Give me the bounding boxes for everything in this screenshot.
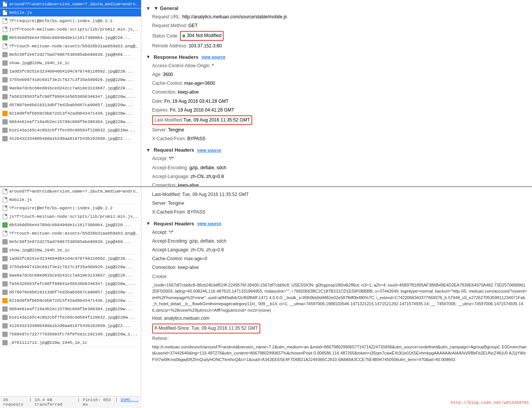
bottom-host: Host: analytics.meituan.com — [152, 316, 209, 321]
if-modified-since-badge: If-Modified-Since: Tue, 09 Aug 2016 11:3… — [152, 324, 260, 333]
top-list-item[interactable]: 3755eb997410c691f3e2c7627c3f35a589929.jp… — [0, 76, 141, 84]
top-list-item[interactable]: show.jpg@220w_194h_1e_1c — [0, 59, 141, 67]
domc-link[interactable]: DOMC... — [121, 398, 138, 407]
img-gray-icon — [2, 94, 8, 99]
img-green-icon — [2, 35, 8, 40]
response-header-row: Connection: keep-alive — [146, 88, 527, 97]
header-value: Fri, 19 Aug 2016 03:41:28 GMT — [164, 99, 229, 104]
bottom-list-item[interactable]: 0e5c50f2e872d275ad76067538505abe88839.jp… — [0, 238, 141, 246]
header-key: Server: — [152, 127, 167, 133]
bottom-list-item[interactable]: fa56329563fafc80ff88641e56536b6348347.jp… — [0, 280, 141, 288]
file-name: 3755eb997410c691f3e2c7627c3f35a589929.jp… — [9, 78, 133, 82]
top-list-item[interactable]: 0864e61eaf716a4b2ec15798c869f5e398304.jp… — [0, 118, 141, 126]
bottom-connection: Connection: keep-alive — [152, 265, 199, 270]
response-view-source[interactable]: view source — [201, 55, 225, 59]
bottom-list-item[interactable]: 412643233480b488a1b2d9aa6187543b102850.j… — [0, 322, 141, 330]
top-list-item[interactable]: 9ae8a7dcbc68ed01bced242cc7a618e3133667.j… — [0, 84, 141, 92]
request-method-value: GET — [188, 23, 198, 28]
bottom-last-modified: Last-Modified: Tue, 09 Aug 2016 11:35:52… — [152, 192, 249, 197]
bottom-list-item[interactable]: 8b536dd56e4478b6c68849dde1c1617388064.jp… — [0, 221, 141, 229]
bottom-view-source[interactable]: view source — [197, 221, 221, 226]
request-view-source[interactable]: view source — [197, 148, 221, 152]
last-modified-badge: Last-Modified: Tue, 09 Aug 2016 11:35:52… — [152, 115, 252, 125]
bottom-list-item[interactable]: 8219d9f9fb650cbb872d13f42ad9043471436.jp… — [0, 296, 141, 305]
header-key: Cache-Control: — [152, 81, 183, 86]
request-triangle: ▼ — [146, 147, 151, 153]
bottom-host-row: Host: analytics.meituan.com — [146, 314, 527, 323]
img-gray-icon — [2, 136, 8, 141]
file-name: around?f=android&version_name=7.2&utm_me… — [9, 189, 139, 194]
file-name: 3755eb997410c691f3e2c7627c3f35a589929.jp… — [9, 265, 133, 269]
header-value: 3600 — [163, 72, 173, 77]
top-list-item[interactable]: b1e143a165c4c8b2cbf7fec05c60584f120832.j… — [0, 126, 141, 134]
bottom-list-item[interactable]: ?f=require(@mtfe/bs-agent):index.js@0.2.… — [0, 204, 141, 212]
bottom-cookie-row: Cookie: — [146, 272, 527, 281]
file-name: b1e143a165c4c8b2cbf7fec05c60584f120832.j… — [9, 128, 135, 133]
bottom-file-list[interactable]: around?f=android&version_name=7.2&utm_me… — [0, 187, 141, 397]
bottom-list-item[interactable]: 7589ed7c722777635803fc76f8fea1c192160.jp… — [0, 330, 141, 338]
bottom-referer-label: Referer: — [152, 336, 169, 341]
file-name: 8219d9f9fb650cbb872d13f42ad9043471436.jp… — [9, 111, 133, 116]
general-triangle: ▼ — [146, 6, 151, 11]
bottom-x-cached-row: X-Cached-From: BYPASS — [146, 208, 527, 217]
bottom-list-item[interactable]: 3755eb997410c691f3e2c7627c3f35a589929.jp… — [0, 263, 141, 271]
bottom-list-item[interactable]: show.jpg@220w_194h_1e_1c — [0, 246, 141, 254]
bottom-cache-control-row: Cache-Control: max-age=0 — [146, 254, 527, 263]
bottom-list-item[interactable]: 0864e61eaf716a4b2ec15798c869f5e398304.jp… — [0, 305, 141, 313]
request-method-row: Request Method: GET — [146, 21, 527, 30]
response-header-row: Age: 3600 — [146, 70, 527, 79]
request-header-row: Accept-Language: zh-CN, zh;q=0.8 — [146, 172, 527, 181]
bottom-list-item[interactable]: around?f=android&version_name=7.2&utm_me… — [0, 187, 141, 196]
top-list-item[interactable]: ?f=require(@mtfe/bs-agent):index.js@0.2.… — [0, 17, 141, 25]
top-list-item[interactable]: 8219d9f9fb650cbb872d13f42ad9043471436.jp… — [0, 109, 141, 118]
header-key: X-Cached-From: — [152, 136, 186, 141]
file-name: ?f=require(@mtfe/bs-agent):index.js@0.2.… — [9, 206, 113, 210]
top-list-item[interactable]: around?f=android&version_name=7.2&utm_me… — [0, 0, 141, 8]
bottom-list-item[interactable]: _0701111712.jpg@220w_194h_1e_1c — [0, 338, 141, 347]
status-dot — [182, 34, 185, 37]
file-name: 1add3fc0251e32340940b41d4c978748110592.j… — [9, 256, 133, 261]
header-key: Expires: — [152, 107, 169, 113]
header-value: gzip, deflate, sdch — [189, 165, 226, 170]
request-header-row: Accept: */* — [146, 154, 527, 163]
bottom-list-item[interactable]: js?f=touch-meituan-node:scripts/lib/prom… — [0, 212, 141, 221]
bottom-list-item[interactable]: d578079e8b618313dbf7ed2bab5667ca90857.jp… — [0, 288, 141, 296]
top-list-item[interactable]: mobile.js — [0, 8, 141, 17]
bottom-list-item[interactable]: ?f=touch-meituan-node:assets/b5d26b31aa0… — [0, 229, 141, 238]
file-name: 412643233480b488a1b2d9aa6187543b102850.j… — [9, 136, 130, 141]
requests-count: 35 requests — [3, 398, 26, 407]
top-file-list[interactable]: around?f=android&version_name=7.2&utm_me… — [0, 0, 141, 186]
doc-icon — [3, 231, 7, 236]
top-list-item[interactable]: fa56329563fafc80ff88641e56536b6348347.jp… — [0, 92, 141, 101]
header-value: keep-alive — [178, 183, 199, 186]
bottom-list-item[interactable]: mobile.js — [0, 196, 141, 204]
top-list-item[interactable]: 8b536dd56e4478b6c68849dde1c1617388064.jp… — [0, 34, 141, 42]
file-name: b1e143a165c4c8b2cbf7fec05c60584f120832.j… — [9, 315, 135, 320]
top-list-item[interactable]: 0e5c50f2e872d275ad76067538505abe88839.jp… — [0, 50, 141, 59]
response-header-row: X-Cached-From: BYPASS — [146, 134, 527, 143]
bottom-list-item[interactable]: 9ae8a7dcbc68ed01bced242cc7a618e3133667.j… — [0, 271, 141, 280]
img-gray-icon — [2, 281, 8, 287]
bottom-list-item[interactable]: b1e143a165c4c8b2cbf7fec05c60584f120832.j… — [0, 313, 141, 322]
status-bar: 35 requests | 15.4 KB transferred | Fini… — [0, 396, 141, 408]
status-code-label: Status Code: — [152, 33, 178, 39]
bottom-accept-language-row: Accept-Language: zh-CN, zh;q=0.8 — [146, 246, 527, 254]
top-list-item[interactable]: js?f=touch-meituan-node:scripts/lib/prom… — [0, 25, 141, 34]
status-code-value: 304 Not Modified — [187, 32, 222, 39]
top-panel: around?f=android&version_name=7.2&utm_me… — [0, 0, 532, 187]
response-triangle: ▼ — [146, 54, 151, 60]
response-header-row: Access-Control-Allow-Origin: * — [146, 62, 527, 70]
file-name: ?f=touch-meituan-node:assets/b5d26b31aa0… — [9, 44, 138, 49]
request-headers-list: Accept: */*Accept-Encoding: gzip, deflat… — [146, 154, 527, 186]
bottom-list-item[interactable]: 1add3fc0251e32340940b41d4c978748110592.j… — [0, 254, 141, 263]
response-header-row: Cache-Control: max-age=3600 — [146, 79, 527, 88]
top-list-item[interactable]: 1add3fc0251e32340940b41d4c978748110592.j… — [0, 67, 141, 76]
img-yellow-icon — [2, 111, 8, 116]
top-list-item[interactable]: d578079e8b618313dbf7ed2bab5667ca90857.jp… — [0, 101, 141, 109]
header-key: Accept-Language: — [152, 174, 189, 179]
screenshot-container: around?f=android&version_name=7.2&utm_me… — [0, 0, 532, 408]
img-gray-icon — [2, 264, 8, 270]
top-list-item[interactable]: ?f=touch-meituan-node:assets/b5d26b31aa0… — [0, 42, 141, 50]
request-url-label: Request URL: — [152, 14, 181, 19]
top-list-item[interactable]: 412643233480b488a1b2d9aa6187543b102850.j… — [0, 134, 141, 143]
